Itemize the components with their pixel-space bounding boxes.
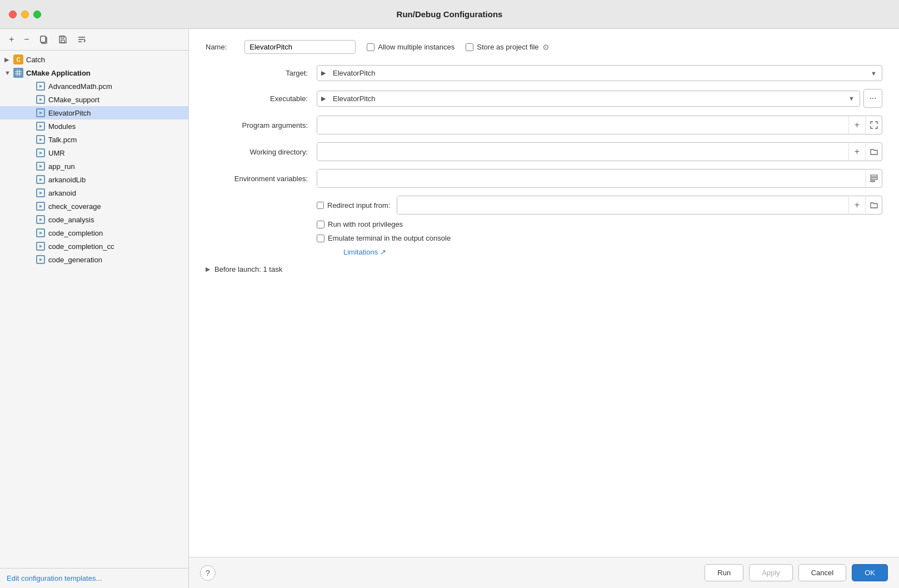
close-button[interactable] (9, 11, 17, 18)
help-button[interactable]: ? (200, 565, 216, 581)
sidebar-item-code-completion[interactable]: ▶ code_completion (0, 226, 188, 240)
cmake-icon (13, 68, 23, 78)
edit-templates-link[interactable]: Edit configuration templates... (7, 574, 102, 582)
sidebar-item-label-umr: UMR (48, 149, 65, 157)
redirect-input-field[interactable] (397, 196, 848, 214)
redirect-browse-button[interactable] (865, 197, 882, 213)
limitations-link[interactable]: Limitations ↗ (343, 248, 882, 256)
sidebar-item-check-coverage[interactable]: ▶ check_coverage (0, 200, 188, 213)
copy-configuration-button[interactable] (37, 34, 51, 45)
program-arguments-row: Program arguments: + (206, 116, 882, 134)
sidebar-item-label-code-completion: code_completion (48, 229, 103, 237)
emulate-terminal-label: Emulate terminal in the output console (328, 234, 451, 242)
sidebar-item-cmake-application[interactable]: ▼ CMake Application (0, 66, 188, 79)
sidebar-item-catch[interactable]: ▶ C Catch (0, 53, 188, 66)
svg-rect-12 (871, 175, 877, 177)
sidebar-item-elevatorpitch[interactable]: ▶ ElevatorPitch (0, 106, 188, 119)
sidebar-tree: ▶ C Catch ▼ CMake Application ▶ (0, 51, 188, 568)
run-root-row: Run with root privileges (317, 220, 882, 228)
sidebar-item-label-modules: Modules (48, 122, 76, 131)
cmake-chevron: ▼ (4, 69, 13, 76)
sidebar-item-umr[interactable]: ▶ UMR (0, 146, 188, 160)
redirect-row: Redirect input from: + (206, 196, 882, 215)
svg-rect-1 (41, 36, 46, 42)
name-input[interactable] (244, 40, 356, 54)
redirect-checkbox-label: Redirect input from: (317, 201, 390, 210)
sidebar-item-code-generation[interactable]: ▶ code_generation (0, 253, 188, 266)
sidebar-item-cmake-support[interactable]: ▶ CMake_support (0, 93, 188, 106)
titlebar: Run/Debug Configurations (0, 0, 899, 29)
target-label: Target: (206, 69, 317, 77)
sidebar-item-label-talk-pcm: Talk.pcm (48, 136, 77, 144)
config-item-icon: ▶ (36, 121, 46, 131)
program-arguments-expand-button[interactable] (865, 117, 882, 133)
sidebar-footer: Edit configuration templates... (0, 568, 188, 588)
emulate-terminal-row: Emulate terminal in the output console (317, 234, 882, 242)
svg-rect-2 (61, 40, 64, 43)
minimize-button[interactable] (21, 11, 29, 18)
redirect-input-checkbox[interactable] (317, 202, 324, 209)
ok-button[interactable]: OK (852, 564, 888, 581)
config-item-icon: ▶ (36, 228, 46, 238)
working-directory-add-button[interactable]: + (848, 143, 865, 160)
sidebar-item-advancedmath[interactable]: ▶ AdvancedMath.pcm (0, 79, 188, 93)
config-item-icon: ▶ (36, 108, 46, 118)
target-control: ▶ ElevatorPitch ▼ (317, 65, 882, 81)
program-arguments-input-wrap: + (317, 116, 882, 134)
config-item-icon: ▶ (36, 215, 46, 225)
env-variables-control (317, 169, 882, 188)
config-item-icon: ▶ (36, 188, 46, 198)
before-launch-row[interactable]: ▶ Before launch: 1 task (206, 265, 882, 273)
sidebar-item-label-cmake: CMake Application (26, 69, 91, 77)
remove-configuration-button[interactable]: − (22, 33, 31, 46)
run-root-checkbox[interactable] (317, 221, 324, 228)
add-configuration-button[interactable]: + (7, 33, 16, 46)
run-button[interactable]: Run (705, 564, 743, 581)
sort-button[interactable] (75, 34, 88, 45)
config-form: Name: Allow multiple instances Store as … (189, 29, 899, 557)
sidebar-item-label-arkanoidlib: arkanoidLib (48, 176, 86, 184)
executable-select[interactable]: ElevatorPitch (317, 91, 860, 107)
redirect-add-button[interactable]: + (848, 197, 865, 213)
sidebar-item-label-code-generation: code_generation (48, 256, 102, 264)
redirect-input-control: + (397, 196, 882, 215)
window-title: Run/Debug Configurations (397, 9, 503, 19)
store-as-project-group: Store as project file ⚙ (466, 43, 549, 52)
store-as-project-gear-icon[interactable]: ⚙ (542, 43, 550, 52)
program-arguments-add-button[interactable]: + (848, 117, 865, 133)
sidebar-item-arkanoidlib[interactable]: ▶ arkanoidLib (0, 173, 188, 186)
emulate-terminal-checkbox[interactable] (317, 235, 324, 242)
save-to-file-button[interactable] (56, 34, 69, 45)
allow-multiple-checkbox[interactable] (367, 43, 374, 51)
executable-select-wrap: ▶ ElevatorPitch ▼ (317, 91, 860, 107)
apply-button[interactable]: Apply (749, 564, 793, 581)
before-launch-label: Before launch: 1 task (214, 265, 282, 273)
catch-chevron: ▶ (4, 56, 13, 63)
sidebar-item-talk-pcm[interactable]: ▶ Talk.pcm (0, 133, 188, 146)
env-variables-row: Environment variables: (206, 169, 882, 188)
program-arguments-input[interactable] (317, 116, 848, 134)
maximize-button[interactable] (33, 11, 41, 18)
sidebar-item-code-analysis[interactable]: ▶ code_analysis (0, 213, 188, 226)
catch-icon: C (13, 54, 23, 64)
svg-rect-14 (871, 181, 875, 182)
target-select[interactable]: ElevatorPitch (317, 65, 882, 81)
config-item-icon: ▶ (36, 161, 46, 171)
env-variables-input[interactable] (317, 170, 865, 187)
before-launch-chevron-icon: ▶ (206, 266, 210, 273)
limitations-container: Limitations ↗ (330, 248, 882, 256)
store-as-project-checkbox[interactable] (466, 43, 473, 51)
env-variables-edit-button[interactable] (865, 170, 882, 187)
store-as-project-label: Store as project file (477, 43, 538, 51)
name-row: Name: Allow multiple instances Store as … (206, 40, 882, 54)
program-arguments-control: + (317, 116, 882, 134)
sidebar-item-label-elevatorpitch: ElevatorPitch (48, 109, 91, 117)
sidebar-item-arkanoid[interactable]: ▶ arkanoid (0, 186, 188, 200)
working-directory-input[interactable] (317, 143, 848, 161)
sidebar-item-code-completion-cc[interactable]: ▶ code_completion_cc (0, 240, 188, 253)
sidebar-item-modules[interactable]: ▶ Modules (0, 119, 188, 133)
sidebar-item-app-run[interactable]: ▶ app_run (0, 160, 188, 173)
executable-more-button[interactable]: ··· (863, 89, 882, 108)
cancel-button[interactable]: Cancel (798, 564, 846, 581)
working-directory-browse-button[interactable] (865, 143, 882, 160)
